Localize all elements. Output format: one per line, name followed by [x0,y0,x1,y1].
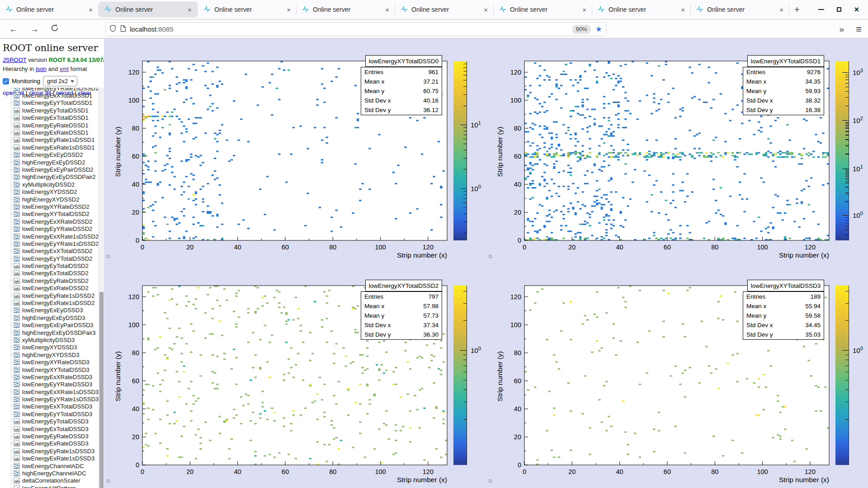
new-tab-button[interactable]: + [789,0,805,19]
tree-item[interactable]: lowEnergyXYRateDSSD3 [0,358,99,366]
browser-tab[interactable]: Online server× [691,0,789,19]
tree-item[interactable]: lowEnergyEyYRateDSSD2 [0,225,99,232]
tree-item[interactable]: lowEnergyExTotalDSSD3 [0,425,99,432]
monitoring-checkbox[interactable]: ✓ [3,78,9,84]
layout-select[interactable]: grid 2x2 [43,76,77,86]
tree-item[interactable]: lowEnergyEyRateDSSD2 [0,277,99,284]
tree-item[interactable]: lowEnergyEyRateDSSD3 [0,432,99,440]
tree-item[interactable]: lowEnergyEyYRate1sDSSD3 [0,395,99,403]
jsroot-link[interactable]: JSROOT [3,56,27,63]
tree-item[interactable]: lowEnergyExXRate1sDSSD3 [0,388,99,395]
zoom-level-badge[interactable]: 90% [572,25,591,34]
browser-tab[interactable]: Online server× [494,0,592,19]
hist-title-box[interactable]: lowEnergyXYTotalDSSD0 [365,55,442,67]
browser-tab[interactable]: Online server× [592,0,691,19]
color-palette-bar[interactable] [835,286,849,465]
stats-box[interactable]: Entries9276Mean x34.35Mean y59.93Std Dev… [743,67,824,115]
window-close-button[interactable]: × [854,5,859,14]
tree-item[interactable]: lowEnergyEyRate1sDSSD2 [0,292,99,299]
tree-item[interactable]: lowEnergyExRate1sDSSD1 [0,144,99,151]
plot-panel-dssd1[interactable]: 002020404060608080100100120120Strip numb… [486,39,868,263]
shield-icon[interactable] [109,25,116,34]
tree-item[interactable]: highEnergyExEyDSSDPair2 [0,174,99,181]
stats-box[interactable]: Entries961Mean x37.21Mean y60.75Std Dev … [361,67,442,115]
tree-item[interactable]: lowEnergyExTotalDSSD2 [0,270,99,277]
window-minimize-button[interactable] [818,9,824,10]
stats-box[interactable]: Entries189Mean x55.94Mean y59.58Std Dev … [743,291,824,340]
panel-resize-handle[interactable] [489,255,492,258]
browser-tab[interactable]: Online server× [297,0,395,19]
bookmark-star-icon[interactable]: ★ [595,24,602,34]
plot-panel-dssd2[interactable]: 002020404060608080100100120120Strip numb… [104,263,486,488]
tree-item[interactable]: highEnergyChannelADC [0,469,99,477]
color-palette-bar[interactable] [453,286,467,465]
tree-item[interactable]: lowEnergyExRateDSSD3 [0,440,99,447]
tree-item[interactable]: deltaCorrelationScaler [0,477,99,484]
tab-close-icon[interactable]: × [679,6,686,14]
toolbar-overflow-icon[interactable]: » [840,24,844,34]
tree-item[interactable]: highEnergyXYDSSD3 [0,351,99,358]
tree-item[interactable]: lowEnergyExXTotalDSSD2 [0,248,99,255]
tree-item[interactable]: lowEnergyXYTotalDSSD2 [0,211,99,218]
tree-item[interactable]: lowEnergyEyYTotalDSSD3 [0,410,99,418]
tree-item[interactable]: lowEnergyExEyPairDSSD2 [0,166,99,173]
browser-tab[interactable]: Online server× [99,2,198,17]
tree-item[interactable]: lowEnergyExXTotalDSSD3 [0,403,99,410]
tab-close-icon[interactable]: × [384,6,391,14]
tree-item[interactable]: lowEnergyEyTotalDSSD2 [0,262,99,269]
tree-item[interactable]: lowEnergyEyYTotalDSSD2 [0,255,99,262]
sidebar-scrollbar-thumb[interactable] [99,292,104,488]
tree-item[interactable]: lowEnergyEyRate1sDSSD3 [0,447,99,455]
plot-panel-dssd3[interactable]: 002020404060608080100100120120Strip numb… [486,263,868,488]
back-icon[interactable]: ← [9,24,18,34]
plot-panel-dssd0[interactable]: 002020404060608080100100120120Strip numb… [104,39,486,263]
tree-item[interactable]: xyMultiplicityDSSD2 [0,181,99,188]
tree-item[interactable]: lowEnergyExEyPairDSSD3 [0,322,99,329]
tree-item[interactable]: lowEnergyEyRate1sDSSD1 [0,136,99,144]
hist-title-box[interactable]: lowEnergyXYTotalDSSD2 [365,280,442,291]
tree-item[interactable]: lowEnergyExRateDSSD2 [0,285,99,292]
tree-item[interactable]: lowEnergyEyYRate1sDSSD1 [0,88,99,92]
tree-item[interactable]: lowEnergyExRateDSSD1 [0,129,99,136]
tab-close-icon[interactable]: × [87,6,94,14]
tree-item[interactable]: lowEnergyEyTotalDSSD3 [0,418,99,425]
tree-item[interactable]: highEnergyXYDSSD2 [0,196,99,203]
browser-tab[interactable]: Online server× [0,0,99,19]
json-link[interactable]: json [36,66,47,72]
tree-item[interactable]: lowEnergyEyYRateDSSD3 [0,381,99,388]
tree-item[interactable]: highEnergyExEyDSSD2 [0,159,99,166]
browser-tab[interactable]: Online server× [198,0,297,19]
tree-item[interactable]: lowEnergyEyTotalDSSD1 [0,107,99,114]
panel-resize-handle[interactable] [107,479,110,483]
tree-item[interactable]: xyMultiplicityDSSD3 [0,336,99,343]
sidebar-scrollbar[interactable] [99,88,104,488]
tab-close-icon[interactable]: × [186,6,193,14]
menu-icon[interactable]: ≡ [856,23,862,35]
tree-item[interactable]: lowEnergyExEyDSSD2 [0,151,99,159]
tree-item[interactable]: lowEnergyExXTotalDSSD1 [0,92,99,99]
tree-item[interactable]: lowEnergyEyYTotalDSSD1 [0,99,99,107]
tab-close-icon[interactable]: × [581,6,588,14]
tree-item[interactable]: highEnergyExEyDSSDPair3 [0,329,99,336]
tree-item[interactable]: lowEnergyEyYRate1sDSSD2 [0,240,99,247]
tree-item[interactable]: lowEnergyXYDSSD3 [0,344,99,351]
tree-item[interactable]: lowEnergyExRate1sDSSD3 [0,455,99,462]
tab-close-icon[interactable]: × [482,6,489,14]
xml-link[interactable]: xml [60,66,69,72]
panel-resize-handle[interactable] [489,479,492,483]
tree-item[interactable]: lowEnergyXYRateDSSD2 [0,203,99,210]
tab-close-icon[interactable]: × [285,6,292,14]
tree-item[interactable]: lowEnergyExXRateDSSD2 [0,218,99,225]
tree-item[interactable]: lowEnergyExXRate1sDSSD2 [0,233,99,240]
tree-item[interactable]: lowEnergyXYDSSD2 [0,188,99,195]
panel-resize-handle[interactable] [107,255,110,258]
reload-icon[interactable] [51,24,59,34]
url-bar[interactable]: localhost:8085 90% ★ [105,22,606,36]
tree-item[interactable]: highEnergyExEyDSSD3 [0,314,99,321]
color-palette-bar[interactable] [453,61,467,240]
page-info-icon[interactable] [120,25,126,34]
tree-item[interactable]: lowEnergyExXRateDSSD3 [0,373,99,380]
tab-close-icon[interactable]: × [778,6,785,14]
tree-item[interactable]: lowEnergyEyRateDSSD1 [0,122,99,129]
hist-title-box[interactable]: lowEnergyXYTotalDSSD3 [747,280,824,291]
